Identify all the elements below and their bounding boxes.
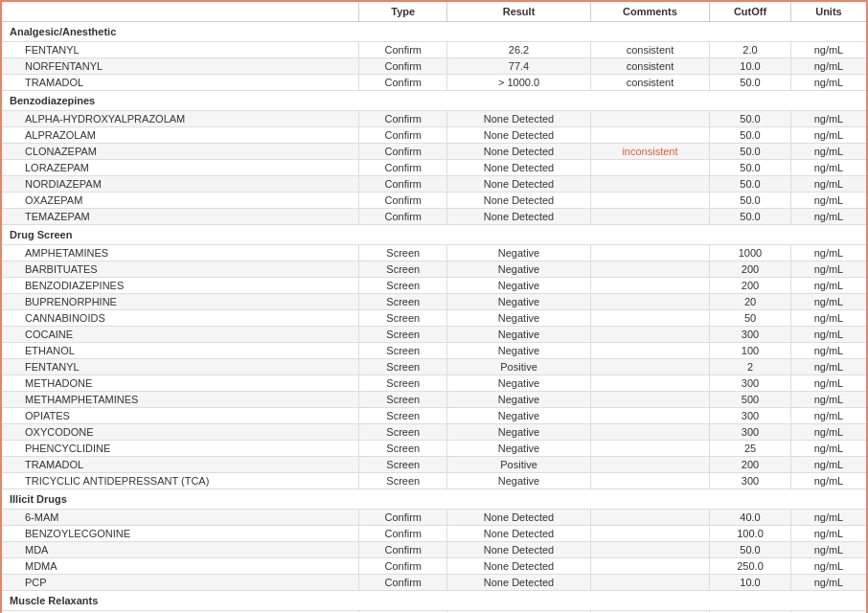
type-cell: Confirm — [359, 144, 447, 160]
main-table-container: Type Result Comments CutOff Units Analge… — [0, 0, 868, 613]
drug-screen-table: Type Result Comments CutOff Units Analge… — [0, 0, 868, 613]
cutoff-cell: 10.0 — [710, 58, 791, 75]
cutoff-cell: 50.0 — [710, 127, 791, 144]
units-cell: ng/mL — [790, 294, 867, 310]
units-cell: ng/mL — [790, 245, 867, 261]
type-cell: Screen — [359, 294, 447, 310]
drug-name-cell: BARBITUATES — [1, 261, 359, 278]
drug-name-cell: PCP — [1, 575, 359, 591]
drug-name-cell: PHENCYCLIDINE — [1, 441, 359, 457]
drug-name-cell: NORFENTANYL — [1, 58, 359, 75]
table-row: ALPRAZOLAMConfirmNone Detected50.0ng/mL — [1, 127, 867, 144]
comments-cell — [590, 294, 709, 310]
comments-cell — [590, 473, 709, 489]
comments-cell — [590, 327, 709, 343]
drug-name-cell: TEMAZEPAM — [1, 209, 359, 225]
comments-cell — [590, 542, 709, 558]
header-cutoff: CutOff — [710, 1, 791, 22]
cutoff-cell: 100 — [710, 343, 791, 359]
comments-cell — [590, 261, 709, 278]
category-label: Analgesic/Anesthetic — [1, 22, 867, 42]
type-cell: Confirm — [359, 558, 447, 575]
type-cell: Confirm — [359, 176, 447, 193]
units-cell: ng/mL — [790, 473, 867, 489]
drug-name-cell: 6-MAM — [1, 510, 359, 526]
cutoff-cell: 300 — [710, 327, 791, 343]
result-cell: None Detected — [447, 144, 591, 160]
result-cell: Negative — [447, 375, 591, 392]
comments-cell — [590, 375, 709, 392]
comments-cell — [590, 558, 709, 575]
comments-cell — [590, 278, 709, 294]
drug-name-cell: BENZODIAZEPINES — [1, 278, 359, 294]
table-row: TRAMADOLScreenPositive200ng/mL — [1, 457, 867, 473]
type-cell: Confirm — [359, 193, 447, 209]
units-cell: ng/mL — [790, 510, 867, 526]
units-cell: ng/mL — [790, 144, 867, 160]
cutoff-cell: 50.0 — [710, 176, 791, 193]
comments-cell: consistent — [590, 42, 709, 58]
cutoff-cell: 300 — [710, 375, 791, 392]
cutoff-cell: 20 — [710, 294, 791, 310]
table-row: NORFENTANYLConfirm77.4consistent10.0ng/m… — [1, 58, 867, 75]
result-cell: > 1000.0 — [447, 75, 591, 91]
table-row: COCAINEScreenNegative300ng/mL — [1, 327, 867, 343]
table-row: BENZOYLECGONINEConfirmNone Detected100.0… — [1, 526, 867, 542]
drug-name-cell: ALPRAZOLAM — [1, 127, 359, 144]
header-drug — [1, 1, 359, 22]
cutoff-cell: 200 — [710, 457, 791, 473]
table-row: ETHANOLScreenNegative100ng/mL — [1, 343, 867, 359]
comments-cell — [590, 193, 709, 209]
cutoff-cell: 250.0 — [710, 558, 791, 575]
cutoff-cell: 200 — [710, 261, 791, 278]
units-cell: ng/mL — [790, 359, 867, 375]
units-cell: ng/mL — [790, 278, 867, 294]
drug-name-cell: METHAMPHETAMINES — [1, 392, 359, 408]
header-row: Type Result Comments CutOff Units — [1, 1, 867, 22]
units-cell: ng/mL — [790, 209, 867, 225]
units-cell: ng/mL — [790, 261, 867, 278]
result-cell: None Detected — [447, 510, 591, 526]
drug-name-cell: LORAZEPAM — [1, 160, 359, 176]
result-cell: Negative — [447, 278, 591, 294]
comments-cell — [590, 343, 709, 359]
drug-name-cell: FENTANYL — [1, 42, 359, 58]
type-cell: Screen — [359, 278, 447, 294]
cutoff-cell: 50.0 — [710, 111, 791, 127]
type-cell: Confirm — [359, 58, 447, 75]
result-cell: None Detected — [447, 526, 591, 542]
result-cell: Positive — [447, 457, 591, 473]
table-row: AMPHETAMINESScreenNegative1000ng/mL — [1, 245, 867, 261]
table-row: MDAConfirmNone Detected50.0ng/mL — [1, 542, 867, 558]
table-row: 6-MAMConfirmNone Detected40.0ng/mL — [1, 510, 867, 526]
cutoff-cell: 1000 — [710, 245, 791, 261]
result-cell: Negative — [447, 424, 591, 441]
type-cell: Screen — [359, 392, 447, 408]
drug-name-cell: TRAMADOL — [1, 75, 359, 91]
table-row: METHAMPHETAMINESScreenNegative500ng/mL — [1, 392, 867, 408]
comments-cell — [590, 392, 709, 408]
units-cell: ng/mL — [790, 327, 867, 343]
category-label: Benzodiazepines — [1, 91, 867, 111]
units-cell: ng/mL — [790, 542, 867, 558]
type-cell: Screen — [359, 424, 447, 441]
type-cell: Screen — [359, 359, 447, 375]
type-cell: Screen — [359, 473, 447, 489]
comments-cell — [590, 441, 709, 457]
drug-name-cell: ETHANOL — [1, 343, 359, 359]
comments-cell — [590, 510, 709, 526]
result-cell: 26.2 — [447, 42, 591, 58]
table-row: TRICYCLIC ANTIDEPRESSANT (TCA)ScreenNega… — [1, 473, 867, 489]
table-row: CLONAZEPAMConfirmNone Detectedinconsiste… — [1, 144, 867, 160]
comments-cell — [590, 127, 709, 144]
table-row: ALPHA-HYDROXYALPRAZOLAMConfirmNone Detec… — [1, 111, 867, 127]
comments-cell — [590, 575, 709, 591]
cutoff-cell: 200 — [710, 278, 791, 294]
type-cell: Screen — [359, 457, 447, 473]
units-cell: ng/mL — [790, 160, 867, 176]
cutoff-cell: 40.0 — [710, 510, 791, 526]
type-cell: Confirm — [359, 160, 447, 176]
type-cell: Screen — [359, 408, 447, 424]
comments-cell: consistent — [590, 75, 709, 91]
category-label: Muscle Relaxants — [1, 591, 867, 611]
